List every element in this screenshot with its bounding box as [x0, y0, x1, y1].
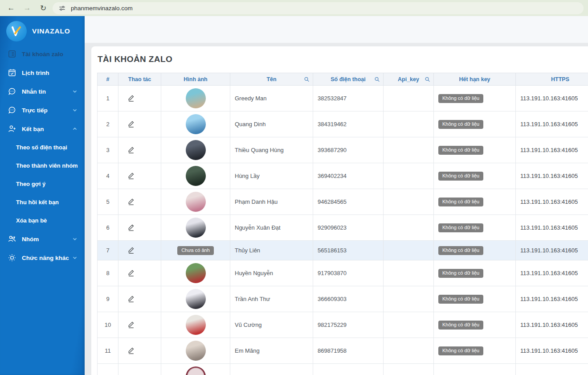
account-name: Thủy Liên: [230, 241, 313, 260]
avatar[interactable]: [186, 88, 206, 108]
column-header-label: Api_key: [398, 76, 419, 82]
table-row[interactable]: 3Thiều Quang Hùng393687290Không có dữ li…: [98, 137, 588, 163]
edit-icon[interactable]: [127, 269, 135, 276]
https-address: 113.191.10.163:41605: [516, 286, 588, 312]
photo-cell: [161, 111, 230, 137]
content-card: TÀI KHOẢN ZALO #Thao tácHình ảnhTênSố đi…: [91, 46, 588, 375]
table-row[interactable]: 1Greedy Man382532847Không có dữ liệu113.…: [98, 86, 588, 111]
address-bar[interactable]: phanmemvinazalo.com: [53, 2, 584, 14]
search-icon[interactable]: [304, 76, 310, 82]
account-name: Vũ Cường: [230, 312, 313, 338]
api-key-cell: [384, 163, 434, 189]
edit-icon[interactable]: [127, 94, 135, 102]
table-row[interactable]: 4Hùng Lầy369402234Không có dữ liệu113.19…: [98, 163, 588, 189]
key-expiry-cell: Không có dữ liệu: [434, 189, 516, 215]
sidebar-subitem-theo-so-ien-thoai[interactable]: Theo số điện thoại: [0, 138, 85, 157]
https-address: 113.191.10.163:41605: [516, 86, 588, 111]
avatar[interactable]: [186, 289, 206, 309]
sidebar-item-label: Trực tiếp: [22, 107, 48, 114]
sidebar-item-label: Chức năng khác: [22, 255, 69, 261]
column-header-hinh-anh: Hình ảnh: [161, 73, 230, 86]
column-header-label: Số điện thoại: [331, 76, 365, 82]
sidebar-item-label: Lịch trình: [22, 70, 49, 76]
row-number: 4: [98, 163, 118, 189]
edit-icon[interactable]: [127, 198, 135, 205]
brand[interactable]: VINAZALO: [0, 16, 85, 45]
avatar[interactable]: [186, 341, 206, 361]
edit-icon[interactable]: [127, 246, 135, 254]
action-cell: [118, 189, 161, 215]
action-cell: [118, 312, 161, 338]
chat-icon: [8, 87, 16, 96]
table-row[interactable]: 6Nguyễn Xuân Đạt929096023Không có dữ liệ…: [98, 215, 588, 241]
url-text: phanmemvinazalo.com: [71, 5, 133, 12]
action-cell: [118, 86, 161, 111]
chevron-down-icon: [72, 107, 78, 113]
search-icon[interactable]: [425, 76, 430, 82]
sidebar-subitem-xoa-ban-be[interactable]: Xóa bạn bè: [0, 211, 85, 230]
sidebar-item-nhan-tin[interactable]: Nhắn tin: [0, 82, 85, 101]
api-key-cell: [384, 260, 434, 286]
edit-icon[interactable]: [127, 146, 135, 153]
account-name: Greedy Man: [230, 86, 313, 111]
site-settings-icon[interactable]: [59, 5, 65, 12]
https-address: 113.191.10.163:41605: [516, 338, 588, 364]
avatar[interactable]: [186, 218, 206, 238]
edit-icon[interactable]: [127, 223, 135, 231]
table-row[interactable]: 5Phạm Danh Hậu946284565Không có dữ liệu1…: [98, 189, 588, 215]
forward-button[interactable]: →: [20, 2, 34, 14]
edit-icon[interactable]: [127, 295, 135, 302]
table-row[interactable]: 11Em Măng869871958Không có dữ liệu113.19…: [98, 338, 588, 364]
column-header-so-ien-thoai: Số điện thoại: [313, 73, 384, 86]
sidebar-subitem-theo-thanh-vien-nhom[interactable]: Theo thành viên nhóm: [0, 157, 85, 175]
sidebar-subitem-label: Theo gợi ý: [16, 181, 45, 187]
table-row[interactable]: 7Chưa có ảnhThủy Liên565186153Không có d…: [98, 241, 588, 260]
edit-icon[interactable]: [127, 120, 135, 128]
key-expiry-badge: Không có dữ liệu: [438, 246, 483, 255]
avatar[interactable]: [186, 315, 206, 335]
sidebar-item-truc-tiep[interactable]: Trực tiếp: [0, 101, 85, 120]
chevron-down-icon: [72, 255, 78, 260]
avatar[interactable]: [186, 166, 206, 186]
sidebar-item-tai-khoan-zalo[interactable]: Tài khoản zalo: [0, 45, 85, 63]
edit-icon[interactable]: [127, 346, 135, 354]
edit-icon[interactable]: [127, 321, 135, 328]
photo-cell: [161, 86, 230, 111]
browser-toolbar: ← → ↻ phanmemvinazalo.com: [0, 0, 588, 16]
table-row[interactable]: 2Quang Dinh384319462Không có dữ liệu113.…: [98, 111, 588, 137]
sidebar-item-ket-ban[interactable]: Kết bạn: [0, 120, 85, 138]
photo-cell: [161, 260, 230, 286]
sidebar-item-lich-trinh[interactable]: Lịch trình: [0, 63, 85, 82]
sidebar-subitem-theo-goi-y[interactable]: Theo gợi ý: [0, 175, 85, 193]
app-window: VINAZALO Tài khoản zaloLịch trìnhNhắn ti…: [0, 16, 588, 375]
account-name: Thiều Quang Hùng: [230, 137, 313, 163]
table-row[interactable]: [98, 364, 588, 375]
sidebar-item-chuc-nang-khac[interactable]: Chức năng khác: [0, 248, 85, 267]
sidebar-subitem-label: Theo thành viên nhóm: [16, 162, 78, 169]
row-number: 5: [98, 189, 118, 215]
key-expiry-cell: Không có dữ liệu: [434, 241, 516, 260]
reload-button[interactable]: ↻: [37, 2, 50, 14]
row-number: 9: [98, 286, 118, 312]
account-name: Huyền Nguyễn: [230, 260, 313, 286]
avatar[interactable]: [186, 140, 206, 160]
key-expiry-cell: Không có dữ liệu: [434, 286, 516, 312]
action-cell: [118, 137, 161, 163]
https-address: 113.191.10.163:41605: [516, 215, 588, 241]
avatar[interactable]: [186, 192, 206, 212]
back-button[interactable]: ←: [4, 2, 18, 14]
avatar[interactable]: [186, 263, 206, 283]
api-key-cell: [384, 241, 434, 260]
edit-icon[interactable]: [127, 172, 135, 179]
sidebar-item-nhom[interactable]: Nhóm: [0, 230, 85, 248]
table-row[interactable]: 8Huyền Nguyễn917903870Không có dữ liệu11…: [98, 260, 588, 286]
table-row[interactable]: 9Trần Anh Thư366609303Không có dữ liệu11…: [98, 286, 588, 312]
table-row[interactable]: 10Vũ Cường982175229Không có dữ liệu113.1…: [98, 312, 588, 338]
calendar-icon: [8, 69, 16, 77]
sidebar-subitem-label: Theo số điện thoại: [16, 144, 67, 151]
avatar[interactable]: [186, 114, 206, 134]
search-icon[interactable]: [374, 76, 380, 82]
sidebar-subitem-thu-hoi-ket-ban[interactable]: Thu hồi kết bạn: [0, 193, 85, 211]
avatar[interactable]: [186, 367, 206, 375]
sidebar-subitem-label: Xóa bạn bè: [16, 217, 47, 224]
